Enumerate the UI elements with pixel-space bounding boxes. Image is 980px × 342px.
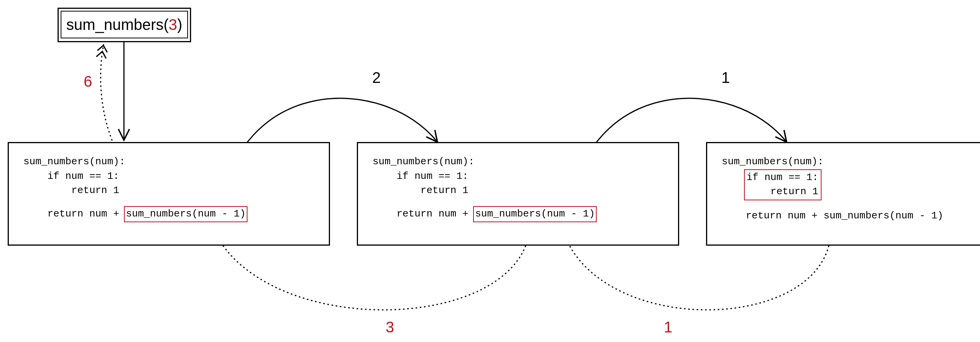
code3-line4-call: sum_numbers(num - 1) bbox=[823, 210, 943, 221]
code2-line4-prefix: return num + bbox=[373, 208, 474, 220]
label-forward-2: 1 bbox=[721, 69, 730, 86]
label-return-right: 1 bbox=[664, 319, 672, 336]
code3-line4-prefix: return num + bbox=[722, 210, 823, 221]
code3-base-line1: if num == 1: bbox=[746, 172, 818, 183]
code3-base-case-highlight: if num == 1: return 1 bbox=[744, 169, 821, 200]
code2-recursive-call-highlight: sum_numbers(num - 1) bbox=[473, 206, 597, 222]
code-box-2: sum_numbers(num): if num == 1: return 1 … bbox=[357, 142, 679, 246]
code1-line1: sum_numbers(num): bbox=[23, 155, 317, 169]
code-box-3: sum_numbers(num): if num == 1: return 1 … bbox=[706, 142, 980, 246]
code3-base-line2: return 1 bbox=[746, 186, 818, 197]
code2-line1: sum_numbers(num): bbox=[373, 155, 667, 169]
code2-line2: if num == 1: bbox=[373, 169, 667, 184]
code1-line4-prefix: return num + bbox=[23, 208, 125, 220]
initial-call-box: sum_numbers(3) bbox=[58, 8, 191, 42]
code-box-1: sum_numbers(num): if num == 1: return 1 … bbox=[8, 142, 330, 246]
code2-line3: return 1 bbox=[373, 183, 667, 198]
call-fn-close: ) bbox=[177, 16, 182, 33]
code3-line1: sum_numbers(num): bbox=[722, 155, 980, 169]
label-return-top: 6 bbox=[84, 73, 92, 90]
call-arg: 3 bbox=[169, 16, 177, 33]
label-forward-1: 2 bbox=[372, 69, 381, 86]
code1-recursive-call-highlight: sum_numbers(num - 1) bbox=[124, 206, 247, 222]
code1-line3: return 1 bbox=[23, 183, 317, 198]
label-return-mid: 3 bbox=[386, 319, 394, 336]
call-fn-name: sum_numbers( bbox=[66, 16, 169, 33]
code1-line2: if num == 1: bbox=[23, 169, 317, 184]
